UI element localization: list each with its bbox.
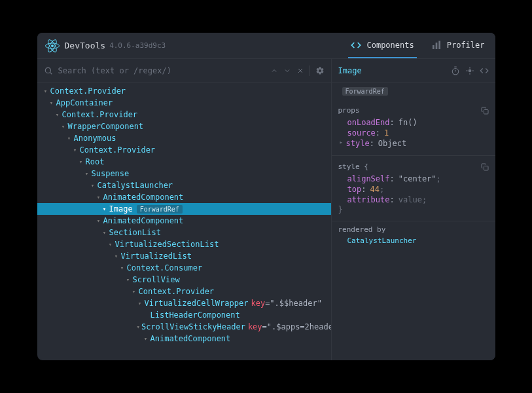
prop-row[interactable]: onLoadEnd: fn() [338, 117, 489, 128]
tab-components[interactable]: Components [348, 33, 416, 58]
right-pane: Image ForwardRef props [332, 59, 495, 360]
expand-arrow-icon[interactable]: ▾ [119, 265, 126, 271]
expand-arrow-icon[interactable]: ▾ [137, 300, 143, 307]
close-icon [296, 67, 304, 75]
tree-row[interactable]: ▾Context.Provider [37, 85, 331, 97]
tree-row[interactable]: ▾ScrollViewStickyHeaderkey=".$apps=2head… [37, 321, 331, 333]
expand-arrow-icon[interactable]: ▾ [60, 123, 67, 130]
tree-row[interactable]: ▾Root [37, 156, 331, 168]
tree-row[interactable]: ▾ScrollView [37, 274, 331, 286]
style-row[interactable]: top: 44; [338, 184, 489, 195]
svg-line-8 [50, 72, 52, 74]
tree-row[interactable]: ▾VirtualizedCellWrapperkey=".$$header" [37, 297, 331, 309]
component-name: Root [86, 157, 105, 166]
rendered-by-link[interactable]: CatalystLauncher [338, 236, 489, 245]
search-prev-button[interactable] [270, 67, 278, 75]
expand-arrow-icon[interactable]: ▾ [96, 217, 102, 224]
expand-arrow-icon[interactable]: ▾ [101, 206, 108, 212]
tree-row[interactable]: ▾AnimatedComponent [37, 215, 331, 227]
key-value: .$$header [275, 299, 317, 308]
copy-props-button[interactable] [481, 107, 489, 115]
tree-row[interactable]: ▾AnimatedComponent [37, 333, 331, 345]
code-brackets-icon [480, 66, 489, 75]
tree-row[interactable]: ▾VirtualizedSectionList [37, 238, 331, 250]
tree-row[interactable]: ▾CatalystLauncher [37, 179, 331, 191]
stopwatch-icon [451, 66, 460, 75]
tree-row[interactable]: ▾VirtualizedList [37, 250, 331, 262]
expand-arrow-icon[interactable]: ▾ [43, 88, 49, 94]
svg-point-0 [51, 45, 54, 47]
component-badge: ForwardRef [137, 205, 183, 214]
view-source-button[interactable] [480, 66, 489, 75]
tree-row[interactable]: ListHeaderComponent [37, 309, 331, 321]
left-pane: ▾Context.Provider▾AppContainer▾Context.P… [37, 59, 332, 360]
tree-row[interactable]: ▾Context.Provider [37, 109, 331, 121]
expand-arrow-icon[interactable]: ▾ [66, 135, 73, 141]
expand-arrow-icon[interactable]: ▾ [54, 111, 61, 118]
expand-arrow-icon[interactable]: ▾ [96, 194, 102, 200]
expand-arrow-icon[interactable]: ▾ [48, 100, 55, 106]
tree-row[interactable]: ▾Suspense [37, 168, 331, 179]
tree-row[interactable]: ▾Context.Provider [37, 286, 331, 297]
tree-row[interactable]: ▾Anonymous [37, 132, 331, 144]
tabs: Components Profiler [348, 33, 487, 58]
expand-arrow-icon[interactable]: ▾ [113, 253, 120, 259]
suspend-button[interactable] [451, 66, 460, 75]
component-name: VirtualizedSectionList [115, 240, 219, 249]
component-name: VirtualizedList [121, 252, 192, 261]
settings-button[interactable] [315, 66, 325, 75]
inspector-title: Image [338, 66, 362, 75]
expand-arrow-icon[interactable]: ▾ [107, 241, 114, 248]
prop-row[interactable]: ▸style: Object [338, 138, 489, 149]
expand-arrow-icon[interactable]: ▾ [137, 324, 140, 330]
prop-row[interactable]: source: 1 [338, 128, 489, 138]
search-clear-button[interactable] [296, 67, 304, 75]
header: DevTools 4.0.6-a39d9c3 Components Profil… [37, 33, 495, 59]
tree-row[interactable]: ▾AnimatedComponent [37, 191, 331, 203]
component-name: AppContainer [56, 98, 113, 107]
svg-rect-5 [435, 43, 437, 49]
expand-arrow-icon[interactable]: ▾ [131, 288, 137, 295]
component-name: Context.Provider [62, 110, 138, 119]
tree-row[interactable]: ▾SectionList [37, 227, 331, 238]
expand-arrow-icon[interactable]: ▾ [72, 147, 79, 153]
chevron-up-icon [270, 67, 278, 75]
expand-arrow-icon[interactable]: ▾ [84, 170, 90, 177]
tree-row[interactable]: ▾ImageForwardRef [37, 203, 331, 215]
prop-value: Object [378, 139, 406, 148]
component-name: AnimatedComponent [103, 216, 184, 225]
inspector-header: Image [332, 59, 495, 83]
props-label: props [338, 106, 360, 115]
tree-row[interactable]: ▾Context.Provider [37, 144, 331, 156]
expand-arrow-icon[interactable]: ▾ [125, 276, 132, 283]
svg-rect-20 [484, 166, 488, 170]
expand-caret-icon[interactable]: ▸ [340, 139, 346, 148]
component-name: ScrollView [133, 275, 180, 284]
expand-arrow-icon[interactable]: ▾ [90, 182, 96, 189]
component-name: Context.Provider [50, 86, 126, 96]
code-icon [351, 40, 361, 50]
tab-profiler[interactable]: Profiler [429, 33, 488, 58]
app-version: 4.0.6-a39d9c3 [109, 41, 166, 50]
expand-arrow-icon[interactable]: ▾ [143, 335, 149, 342]
svg-point-7 [45, 67, 50, 73]
style-close-brace: } [338, 205, 489, 214]
forwardref-badge: ForwardRef [342, 87, 388, 96]
tree-row[interactable]: ▾Context.Consumer [37, 262, 331, 274]
expand-arrow-icon[interactable]: ▾ [78, 159, 84, 165]
prop-value: fn() [399, 118, 417, 127]
style-row[interactable]: alignSelf: "center"; [338, 174, 489, 184]
tree-row[interactable]: ▾AppContainer [37, 97, 331, 109]
inspect-dom-button[interactable] [465, 66, 474, 75]
component-name: Suspense [92, 169, 130, 178]
key-value: .$apps=2header [272, 322, 330, 331]
search-next-button[interactable] [283, 67, 291, 75]
style-label: style { [338, 162, 368, 171]
copy-style-button[interactable] [481, 163, 489, 171]
expand-arrow-icon[interactable]: ▾ [101, 229, 108, 236]
key-label: key [251, 299, 265, 308]
style-row[interactable]: attribute: value; [338, 195, 489, 205]
search-input[interactable] [58, 66, 265, 75]
component-tree[interactable]: ▾Context.Provider▾AppContainer▾Context.P… [37, 83, 331, 360]
tree-row[interactable]: ▾WrapperComponent [37, 121, 331, 132]
